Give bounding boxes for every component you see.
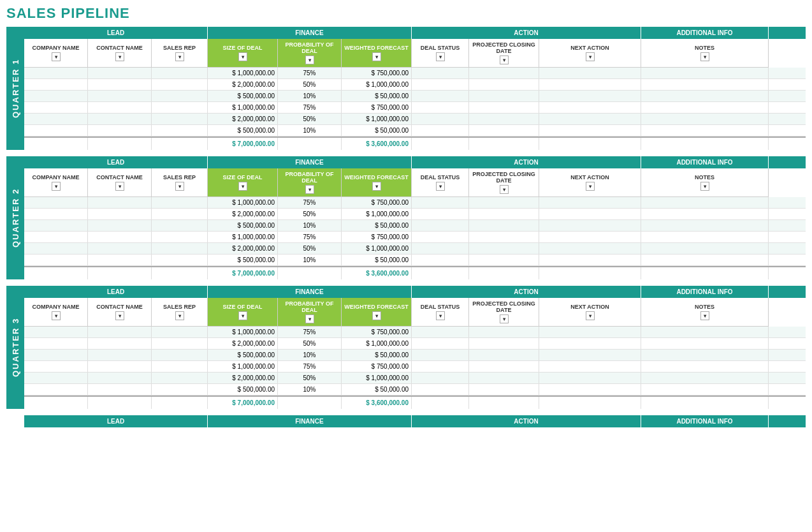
size-of-deal-header-label-q3: SIZE OF DEAL [222, 304, 262, 310]
data-row-q3-r1: $ 1,000,000.0075%$ 750,000.00 [24, 327, 806, 338]
weighted-cell-q2-r1: $ 750,000.00 [342, 197, 412, 208]
dropdown-arrow[interactable]: ▾ [500, 314, 509, 323]
company-cell-q2-r6 [24, 255, 88, 265]
dropdown-arrow[interactable]: ▾ [305, 185, 314, 194]
weighted-cell-q2-r3: $ 50,000.00 [342, 220, 412, 231]
prob-cell-q3-r4: 75% [278, 361, 342, 372]
sales-rep-header-q1: SALES REP▾ [152, 39, 208, 68]
contact-cell-q2-r3 [88, 220, 152, 231]
dropdown-arrow[interactable]: ▾ [700, 182, 709, 191]
dropdown-arrow[interactable]: ▾ [52, 311, 61, 320]
weighted-cell-q1-r6: $ 50,000.00 [342, 125, 412, 136]
size-cell-q3-r6: $ 500,000.00 [208, 384, 278, 395]
contact-name-header-q2: CONTACT NAME▾ [88, 168, 152, 197]
quarter-1-label: QUARTER 1 [6, 27, 24, 150]
salesrep-cell-q2-r5 [152, 243, 208, 254]
company-cell-q1-r2 [24, 79, 88, 90]
contact-cell-q3-r6 [88, 384, 152, 395]
salesrep-cell-q3-r3 [152, 350, 208, 360]
dropdown-arrow[interactable]: ▾ [175, 182, 184, 191]
dropdown-arrow[interactable]: ▾ [238, 182, 247, 191]
data-row-q2-r6: $ 500,000.0010%$ 50,000.00 [24, 255, 806, 266]
dropdown-arrow[interactable]: ▾ [586, 52, 595, 61]
contact-cell-q1-r2 [88, 79, 152, 90]
company-cell-q2-r5 [24, 243, 88, 254]
total-prob-q2 [278, 267, 342, 279]
size-cell-q1-r1: $ 1,000,000.00 [208, 68, 278, 78]
notes-cell-q3-r3 [641, 350, 769, 360]
next-action-header-q3: NEXT ACTION▾ [539, 298, 641, 327]
quarter-3-label: QUARTER 3 [6, 286, 24, 409]
size-of-deal-header-label-q1: SIZE OF DEAL [222, 45, 262, 51]
probability-of-deal-header-q2: PROBABILITY OF DEAL▾ [278, 168, 342, 197]
data-row-q1-r2: $ 2,000,000.0050%$ 1,000,000.00 [24, 79, 806, 91]
dropdown-arrow[interactable]: ▾ [115, 182, 124, 191]
dropdown-arrow[interactable]: ▾ [372, 182, 381, 191]
nextaction-cell-q1-r5 [539, 114, 641, 124]
contact-cell-q1-r5 [88, 114, 152, 124]
probability-of-deal-header-q3: PROBABILITY OF DEAL▾ [278, 298, 342, 327]
dropdown-arrow[interactable]: ▾ [238, 52, 247, 61]
dropdown-arrow[interactable]: ▾ [436, 52, 445, 61]
dropdown-arrow[interactable]: ▾ [700, 311, 709, 320]
next-action-header-label-q1: NEXT ACTION [570, 45, 609, 51]
dropdown-arrow[interactable]: ▾ [175, 311, 184, 320]
dropdown-arrow[interactable]: ▾ [52, 182, 61, 191]
addinfo-section-header-q4: ADDITIONAL INFO [641, 415, 769, 427]
dropdown-arrow[interactable]: ▾ [175, 52, 184, 61]
contact-cell-q1-r4 [88, 102, 152, 113]
contact-cell-q2-r5 [88, 243, 152, 254]
notes-cell-q2-r4 [641, 232, 769, 242]
notes-header-label-q1: NOTES [695, 45, 714, 51]
dropdown-arrow[interactable]: ▾ [115, 311, 124, 320]
dropdown-arrow[interactable]: ▾ [500, 185, 509, 194]
notes-cell-q1-r5 [641, 114, 769, 124]
size-cell-q3-r4: $ 1,000,000.00 [208, 361, 278, 372]
dropdown-arrow[interactable]: ▾ [586, 311, 595, 320]
deal-status-header-q2: DEAL STATUS▾ [412, 168, 469, 197]
salesrep-cell-q2-r2 [152, 209, 208, 219]
next-action-header-label-q2: NEXT ACTION [570, 174, 609, 181]
dropdown-arrow[interactable]: ▾ [52, 52, 61, 61]
action-section-header-q4: ACTION [412, 415, 641, 427]
weighted-forecast-header-label-q2: WEIGHTED FORECAST [344, 174, 409, 181]
size-cell-q1-r4: $ 1,000,000.00 [208, 102, 278, 113]
dropdown-arrow[interactable]: ▾ [305, 314, 314, 323]
company-cell-q1-r1 [24, 68, 88, 78]
dropdown-arrow[interactable]: ▾ [700, 52, 709, 61]
section-headers-row-q4: LEAD FINANCE ACTION ADDITIONAL INFO [24, 415, 806, 427]
dropdown-arrow[interactable]: ▾ [586, 182, 595, 191]
nextaction-cell-q2-r2 [539, 209, 641, 219]
data-row-q2-r3: $ 500,000.0010%$ 50,000.00 [24, 220, 806, 232]
dropdown-arrow[interactable]: ▾ [372, 311, 381, 320]
size-of-deal-header-q2: SIZE OF DEAL▾ [208, 168, 278, 197]
projected-closing-date-header-label-q2: PROJECTED CLOSING DATE [470, 171, 537, 184]
total-action-2-q2 [539, 267, 641, 279]
dropdown-arrow[interactable]: ▾ [238, 311, 247, 320]
dropdown-arrow[interactable]: ▾ [436, 311, 445, 320]
notes-cell-q3-r6 [641, 384, 769, 395]
company-cell-q2-r4 [24, 232, 88, 242]
notes-cell-q3-r4 [641, 361, 769, 372]
notes-header-label-q3: NOTES [695, 304, 714, 310]
notes-cell-q2-r6 [641, 255, 769, 265]
projdate-cell-q1-r6 [469, 125, 539, 136]
dropdown-arrow[interactable]: ▾ [436, 182, 445, 191]
data-row-q1-r6: $ 500,000.0010%$ 50,000.00 [24, 125, 806, 137]
lead-section-header-q3: LEAD [24, 286, 208, 298]
contact-cell-q3-r2 [88, 338, 152, 349]
dropdown-arrow[interactable]: ▾ [305, 55, 314, 64]
nextaction-cell-q2-r4 [539, 232, 641, 242]
nextaction-cell-q1-r2 [539, 79, 641, 90]
dropdown-arrow[interactable]: ▾ [115, 52, 124, 61]
notes-cell-q2-r1 [641, 197, 769, 208]
dropdown-arrow[interactable]: ▾ [372, 52, 381, 61]
company-cell-q1-r5 [24, 114, 88, 124]
prob-cell-q2-r4: 75% [278, 232, 342, 242]
quarter-4-content: LEAD FINANCE ACTION ADDITIONAL INFO [24, 415, 806, 439]
dropdown-arrow[interactable]: ▾ [500, 55, 509, 64]
dealstatus-cell-q2-r4 [412, 232, 469, 242]
contact-cell-q1-r1 [88, 68, 152, 78]
total-size-q2: $ 7,000,000.00 [208, 267, 278, 279]
projdate-cell-q2-r5 [469, 243, 539, 254]
